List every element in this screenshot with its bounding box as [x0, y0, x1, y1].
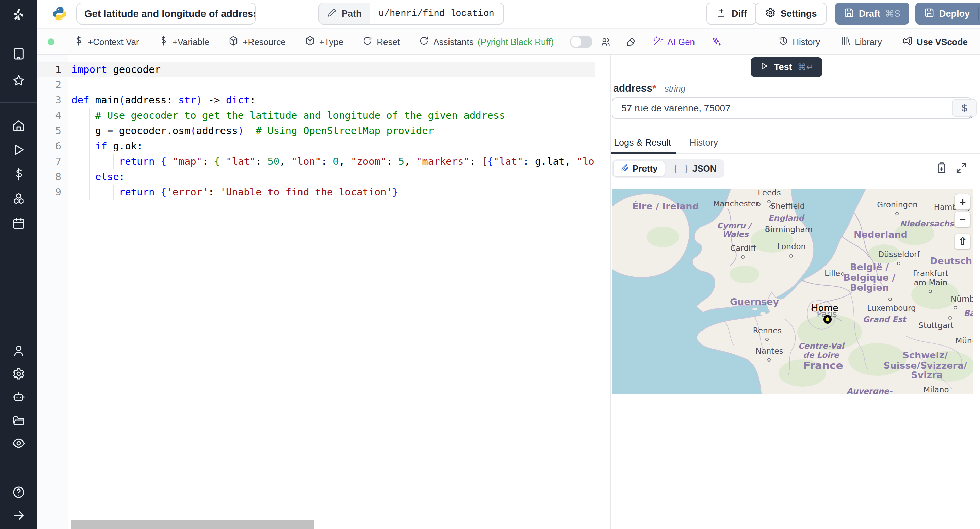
- windmill-script-editor: Get latitude and longitude of address Pa…: [0, 0, 980, 529]
- script-title-input[interactable]: Get latitude and longitude of address: [76, 3, 256, 24]
- braces-icon: { }: [673, 163, 689, 174]
- add-context-var-button[interactable]: +Context Var: [73, 36, 139, 48]
- line-content: def main(address: str) -> dict:: [72, 92, 595, 108]
- required-asterisk: *: [652, 82, 656, 94]
- indent-guide: [89, 185, 90, 200]
- tab-logs-result[interactable]: Logs & Result: [614, 137, 671, 148]
- map-locate-button[interactable]: ⇧: [955, 234, 970, 249]
- result-map[interactable]: LeedsÉire / IrelandManchesterSheffieldGr…: [612, 189, 973, 394]
- history-button[interactable]: History: [778, 36, 820, 48]
- editor-horizontal-scrollbar[interactable]: [71, 520, 314, 529]
- add-resource-button[interactable]: +Resource: [228, 36, 285, 48]
- package-icon: [305, 36, 315, 48]
- diff-icon: [716, 7, 727, 21]
- audit-eye-icon[interactable]: [11, 436, 26, 451]
- code-line-7[interactable]: 7 return { "map": { "lat": 50, "lon": 0,…: [37, 154, 595, 169]
- ai-gen-button[interactable]: AI Gen: [653, 36, 695, 48]
- line-number: 3: [37, 92, 61, 108]
- runs-icon[interactable]: [11, 142, 26, 157]
- line-content: # Use geocoder to get the latitude and l…: [72, 108, 595, 123]
- pretty-view-button[interactable]: Pretty: [613, 161, 665, 176]
- fullscreen-expand-icon[interactable]: [955, 161, 968, 174]
- code-line-6[interactable]: 6 if g.ok:: [37, 139, 595, 154]
- line-content: g = geocoder.osm(address) # Using OpenSt…: [72, 123, 595, 139]
- map-zoom-in-button[interactable]: +: [955, 194, 970, 210]
- assistants-toggle[interactable]: [570, 36, 592, 48]
- indent-guide: [89, 139, 90, 154]
- code-line-1[interactable]: 1import geocoder: [37, 62, 595, 77]
- result-tabs: Logs & Result History: [611, 137, 980, 154]
- copy-result-icon[interactable]: [935, 161, 948, 174]
- workspace-icon[interactable]: [11, 46, 26, 61]
- format-brush-icon[interactable]: [626, 37, 636, 47]
- expand-sidebar-icon[interactable]: [11, 508, 26, 523]
- draft-shortcut: ⌘S: [885, 8, 900, 19]
- script-path-chip[interactable]: Path u/henri/find_location: [318, 3, 504, 24]
- multiplayer-users-icon[interactable]: [601, 37, 611, 47]
- variables-icon[interactable]: [11, 167, 26, 182]
- library-button[interactable]: Library: [840, 36, 882, 48]
- history-clock-icon: [778, 36, 788, 48]
- settings-gear-icon[interactable]: [11, 366, 26, 381]
- map-home-marker[interactable]: [824, 315, 832, 324]
- code-editor[interactable]: 1import geocoder23def main(address: str)…: [37, 55, 595, 529]
- argument-type: string: [665, 84, 685, 93]
- windmill-logo-icon[interactable]: [11, 7, 26, 22]
- help-icon[interactable]: [11, 485, 26, 500]
- json-view-button[interactable]: { } JSON: [666, 161, 724, 176]
- home-icon[interactable]: [11, 118, 26, 133]
- folders-icon[interactable]: [11, 413, 26, 427]
- assistants-button[interactable]: Assistants (Pyright Black Ruff): [419, 36, 554, 48]
- resources-cubes-icon[interactable]: [11, 191, 26, 206]
- code-line-5[interactable]: 5 g = geocoder.osm(address) # Using Open…: [37, 123, 595, 139]
- draft-button[interactable]: Draft⌘S: [835, 3, 909, 24]
- users-icon[interactable]: [11, 343, 26, 358]
- indent-guide: [89, 108, 90, 123]
- pencil-icon: [327, 8, 337, 20]
- workers-robot-icon[interactable]: [11, 389, 26, 405]
- line-number: 8: [37, 169, 61, 185]
- indent-guide: [89, 123, 90, 139]
- sparkles-icon[interactable]: [711, 37, 721, 47]
- save-icon: [844, 8, 854, 20]
- status-dot: [48, 38, 54, 45]
- sidebar-divider: [0, 102, 37, 103]
- address-input[interactable]: 57 rue de varenne, 75007: [612, 97, 972, 119]
- favorites-star-icon[interactable]: [11, 73, 26, 88]
- path-value: u/henri/find_location: [370, 3, 503, 24]
- title-bar: Get latitude and longitude of address Pa…: [37, 0, 980, 29]
- code-line-9[interactable]: 9 return {'error': 'Unable to find the l…: [37, 185, 595, 200]
- code-line-8[interactable]: 8 else:: [37, 169, 595, 185]
- deploy-button[interactable]: Deploy: [915, 3, 980, 24]
- line-number: 7: [37, 154, 61, 169]
- line-content: else:: [72, 169, 595, 185]
- deploy-dropdown-button[interactable]: [978, 7, 980, 21]
- code-line-4[interactable]: 4 # Use geocoder to get the latitude and…: [37, 108, 595, 123]
- line-number: 2: [37, 77, 61, 92]
- textarea-resize-handle[interactable]: [967, 114, 972, 119]
- insert-variable-button[interactable]: $: [952, 99, 977, 117]
- add-variable-button[interactable]: +Variable: [158, 36, 210, 48]
- tab-history[interactable]: History: [689, 137, 718, 148]
- settings-button[interactable]: Settings: [756, 3, 827, 24]
- package-icon: [228, 36, 239, 48]
- reset-button[interactable]: Reset: [363, 36, 400, 48]
- add-type-button[interactable]: +Type: [305, 36, 344, 48]
- path-label: Path: [342, 8, 362, 19]
- diff-button[interactable]: Diff: [706, 3, 756, 24]
- dollar-icon: [73, 36, 84, 48]
- test-shortcut: ⌘↵: [798, 62, 814, 73]
- code-line-3[interactable]: 3def main(address: str) -> dict:: [37, 92, 595, 108]
- sidebar: [0, 0, 37, 529]
- map-zoom-out-button[interactable]: −: [955, 212, 970, 228]
- use-vscode-button[interactable]: Use VScode: [902, 36, 968, 48]
- test-button[interactable]: Test ⌘↵: [751, 57, 822, 77]
- dollar-icon: [158, 36, 169, 48]
- schedules-calendar-icon[interactable]: [11, 216, 26, 231]
- assistants-detail: (Pyright Black Ruff): [478, 37, 554, 47]
- line-number: 4: [37, 108, 61, 123]
- argument-label: address* string: [613, 82, 685, 94]
- indent-guide: [89, 169, 90, 185]
- active-tab-underline: [611, 152, 676, 154]
- code-line-2[interactable]: 2: [37, 77, 595, 92]
